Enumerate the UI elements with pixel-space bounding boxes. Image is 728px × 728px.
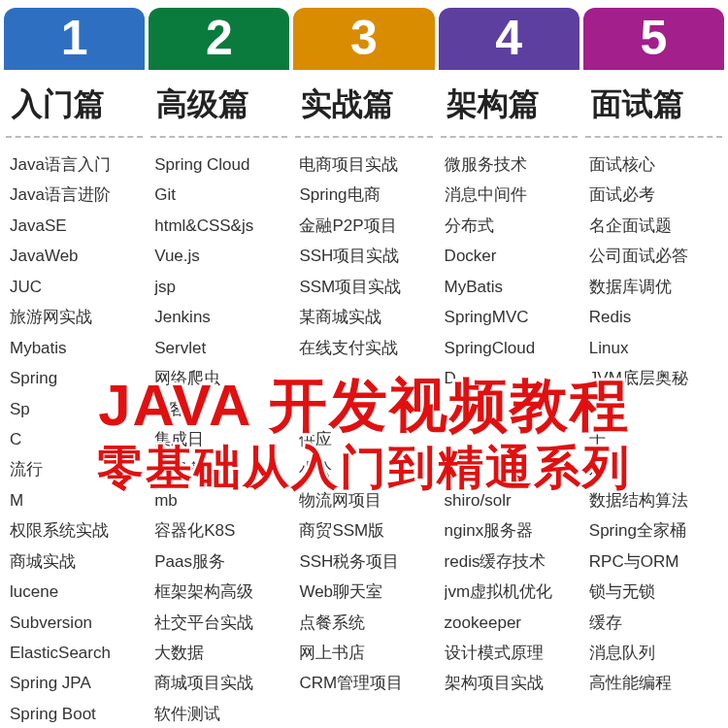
list-item — [299, 394, 428, 424]
list-item: 网上书店 — [299, 638, 428, 668]
list-item: Spring — [10, 363, 139, 393]
list-item: SSH项目实战 — [299, 241, 428, 271]
list-item: jvm虚拟机优化 — [445, 577, 574, 607]
column-items-1: Java语言入门Java语言进阶JavaSEJavaWebJUC旅游网实战Myb… — [4, 149, 145, 728]
list-item: JavaWeb — [10, 241, 139, 271]
column-title-5: 面试篇 — [585, 70, 722, 138]
column-number-2: 2 — [149, 14, 289, 62]
list-item: Mybatis — [10, 333, 139, 363]
list-item: Sp — [10, 394, 139, 424]
list-item: 消息中间件 — [445, 180, 574, 210]
column-title-4: 架构篇 — [441, 70, 578, 138]
list-item: Git — [154, 180, 283, 210]
list-item: JUC — [10, 272, 139, 302]
list-item: 在线支付实战 — [299, 333, 428, 363]
list-item: Docker — [445, 241, 574, 271]
list-item: 容器化K8S — [154, 515, 283, 546]
column-header-4: 4 — [439, 8, 579, 70]
list-item: Servlet — [154, 333, 283, 363]
column-header-2: 2 — [149, 8, 289, 70]
column-3: 3 实战篇 电商项目实战Spring电商金融P2P项目SSH项目实战SSM项目实… — [293, 8, 434, 728]
list-item: Spring Cloud — [154, 149, 283, 180]
list-item: html&CSS&js — [154, 211, 283, 241]
column-header-3: 3 — [293, 8, 434, 70]
list-item: Paas服务 — [154, 546, 283, 577]
list-item: 社交平台实战 — [154, 608, 283, 638]
list-item: er客 — [154, 394, 283, 424]
list-item: 金融P2P项目 — [299, 211, 428, 241]
column-4: 4 架构篇 微服务技术消息中间件分布式DockerMyBatisSpringMV… — [439, 8, 579, 728]
list-item — [299, 363, 428, 393]
list-item: Java语言入门 — [10, 149, 139, 180]
list-item: 高性能编程 — [589, 668, 718, 698]
list-item: Web聊天室 — [299, 577, 428, 607]
list-item: mb — [154, 485, 283, 515]
list-item: zookeeper — [445, 608, 574, 638]
list-item: Linux — [589, 333, 718, 363]
list-item: 网络爬虫 — [154, 363, 283, 393]
list-item: Spring全家桶 — [589, 515, 718, 546]
list-item: JVM底层奥秘 — [589, 363, 718, 393]
list-item: SSH税务项目 — [299, 546, 428, 577]
list-item: ElasticSearch — [10, 638, 139, 668]
list-item — [589, 394, 718, 424]
list-item: nginx服务器 — [445, 515, 574, 546]
columns-container: 1 入门篇 Java语言入门Java语言进阶JavaSEJavaWebJUC旅游… — [0, 0, 728, 728]
column-header-1: 1 — [4, 8, 145, 70]
list-item — [445, 454, 574, 484]
list-item: D — [445, 363, 574, 393]
list-item: 点餐系统 — [299, 608, 428, 638]
list-item: 小公 — [299, 454, 428, 484]
list-item: 分布式 — [445, 211, 574, 241]
column-title-2: 高级篇 — [150, 70, 287, 138]
list-item: 软件测试 — [154, 699, 283, 728]
column-1: 1 入门篇 Java语言入门Java语言进阶JavaSEJavaWebJUC旅游… — [4, 8, 145, 728]
column-number-5: 5 — [583, 14, 724, 62]
list-item: Subversion — [10, 608, 139, 638]
column-number-3: 3 — [293, 14, 434, 62]
list-item: M — [10, 485, 139, 515]
list-item: 面试核心 — [589, 149, 718, 180]
list-item: 微服务技术 — [445, 149, 574, 180]
column-items-3: 电商项目实战Spring电商金融P2P项目SSH项目实战SSM项目实战某商城实战… — [293, 149, 434, 699]
list-item: 千 — [589, 424, 718, 454]
column-number-4: 4 — [439, 14, 579, 62]
list-item: JavaSE — [10, 211, 139, 241]
list-item: 发 — [589, 454, 718, 484]
list-item: 数据结构算法 — [589, 485, 718, 515]
list-item: 权限系统实战 — [10, 515, 139, 546]
list-item: shiro/solr — [445, 485, 574, 515]
list-item: lucene — [10, 577, 139, 607]
column-title-1: 入门篇 — [6, 70, 143, 138]
list-item — [445, 394, 574, 424]
list-item: Jenkins — [154, 302, 283, 332]
column-title-3: 实战篇 — [295, 70, 432, 138]
list-item: Spring电商 — [299, 180, 428, 210]
list-item: 电商项目实战 — [299, 149, 428, 180]
column-items-5: 面试核心面试必考名企面试题公司面试必答数据库调优RedisLinuxJVM底层奥… — [583, 149, 724, 699]
list-item: 商城实战 — [10, 546, 139, 577]
list-item: 微服务 — [154, 454, 283, 484]
list-item: 框架架构高级 — [154, 577, 283, 607]
column-2: 2 高级篇 Spring CloudGithtml&CSS&jsVue.jsjs… — [149, 8, 289, 728]
list-item: Redis — [589, 302, 718, 332]
list-item: 供应 — [299, 424, 428, 454]
list-item: 面试必考 — [589, 180, 718, 210]
list-item: 大数据 — [154, 638, 283, 668]
list-item: 旅游网实战 — [10, 302, 139, 332]
list-item: 物流网项目 — [299, 485, 428, 515]
list-item: 某商城实战 — [299, 302, 428, 332]
list-item: 数据库调优 — [589, 272, 718, 302]
list-item: MyBatis — [445, 272, 574, 302]
list-item: jsp — [154, 272, 283, 302]
list-item: SSM项目实战 — [299, 272, 428, 302]
column-items-4: 微服务技术消息中间件分布式DockerMyBatisSpringMVCSprin… — [439, 149, 579, 699]
list-item: 公司面试必答 — [589, 241, 718, 271]
list-item: SpringCloud — [445, 333, 574, 363]
list-item: 名企面试题 — [589, 211, 718, 241]
list-item: RPC与ORM — [589, 546, 718, 577]
column-items-2: Spring CloudGithtml&CSS&jsVue.jsjspJenki… — [149, 149, 289, 728]
column-5: 5 面试篇 面试核心面试必考名企面试题公司面试必答数据库调优RedisLinux… — [583, 8, 724, 728]
list-item: 锁与无锁 — [589, 577, 718, 607]
list-item: 架构项目实战 — [445, 668, 574, 698]
